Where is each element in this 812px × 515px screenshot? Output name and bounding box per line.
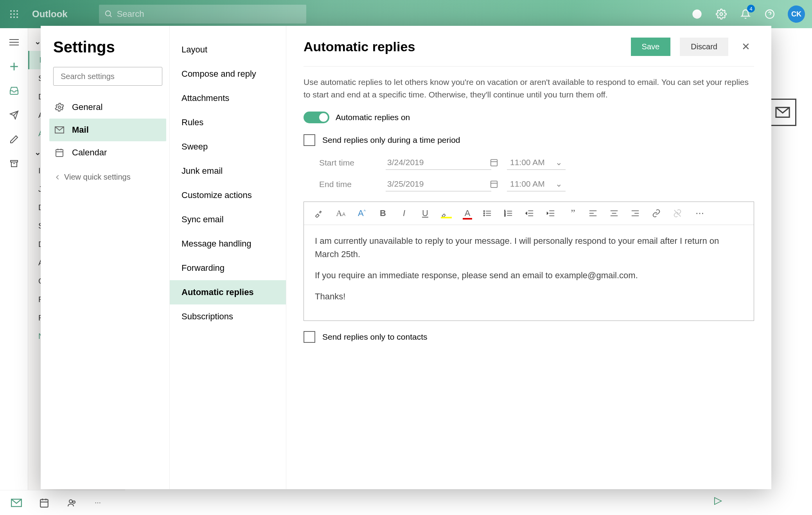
format-painter-icon[interactable]	[314, 209, 325, 218]
chevron-down-icon: ⌄	[555, 179, 562, 189]
number-list-icon[interactable]: 123	[504, 210, 515, 217]
time-period-label: Send replies only during a time period	[322, 135, 460, 145]
start-time-select[interactable]: 11:00 AM ⌄	[507, 155, 566, 170]
settings-title: Settings	[53, 38, 162, 56]
left-rail	[0, 28, 28, 515]
app-name: Outlook	[32, 9, 68, 20]
view-quick-settings[interactable]: View quick settings	[53, 173, 162, 182]
svg-point-6	[10, 16, 12, 18]
subnav-attachments[interactable]: Attachments	[170, 86, 286, 110]
subnav-autoreplies[interactable]: Automatic replies	[170, 280, 286, 304]
subnav-forwarding[interactable]: Forwarding	[170, 256, 286, 280]
settings-search-input[interactable]	[61, 72, 160, 81]
link-icon[interactable]	[652, 209, 663, 218]
font-color-icon[interactable]: A	[462, 208, 473, 218]
app-launcher[interactable]	[0, 0, 28, 28]
discard-button[interactable]: Discard	[680, 38, 728, 56]
bold-icon[interactable]: B	[377, 208, 388, 218]
avatar[interactable]: CK	[788, 5, 805, 23]
subnav-subscriptions[interactable]: Subscriptions	[170, 304, 286, 329]
subnav-compose[interactable]: Compose and reply	[170, 62, 286, 86]
category-calendar[interactable]: Calendar	[49, 141, 166, 164]
subnav-junk[interactable]: Junk email	[170, 159, 286, 183]
drafts-rail-icon[interactable]	[8, 133, 20, 146]
close-icon[interactable]: ✕	[738, 38, 754, 55]
start-date-field[interactable]	[386, 155, 491, 170]
calendar-picker-icon[interactable]	[490, 158, 498, 167]
menu-icon[interactable]	[8, 36, 20, 49]
svg-point-8	[16, 16, 18, 18]
mail-module-icon[interactable]	[11, 499, 22, 507]
more-module-icon[interactable]: ⋯	[95, 499, 101, 506]
people-module-icon[interactable]	[66, 498, 77, 508]
top-bar: Outlook 4 CK	[0, 0, 812, 28]
calendar-picker-icon[interactable]	[490, 180, 498, 188]
svg-point-4	[13, 13, 15, 15]
underline-icon[interactable]: U	[420, 208, 431, 218]
contacts-only-checkbox[interactable]	[304, 331, 315, 343]
time-period-checkbox[interactable]	[304, 134, 315, 146]
subnav-sweep[interactable]: Sweep	[170, 135, 286, 159]
font-size-icon[interactable]: A^	[356, 208, 367, 218]
svg-line-10	[110, 15, 111, 17]
calendar-module-icon[interactable]	[39, 498, 49, 508]
more-format-icon[interactable]: ⋯	[694, 208, 705, 218]
editor-toolbar: AA A^ B I U A 123 ” ⋯	[304, 202, 754, 225]
font-family-icon[interactable]: AA	[335, 208, 346, 218]
sent-rail-icon[interactable]	[8, 109, 20, 121]
notifications-icon[interactable]: 4	[739, 8, 752, 20]
svg-point-0	[10, 10, 12, 12]
global-search[interactable]	[99, 5, 306, 23]
quote-icon[interactable]: ”	[568, 207, 578, 219]
end-date-input[interactable]	[387, 179, 490, 189]
svg-rect-39	[491, 181, 498, 188]
mail-icon	[54, 126, 65, 133]
category-general[interactable]: General	[49, 96, 166, 119]
svg-point-41	[483, 211, 485, 212]
archive-rail-icon[interactable]	[8, 157, 20, 170]
settings-icon[interactable]	[715, 8, 728, 20]
svg-point-5	[16, 13, 18, 15]
new-message-icon[interactable]	[8, 60, 20, 73]
editor-body[interactable]: I am currently unavailable to reply to y…	[304, 225, 754, 321]
subnav-handling[interactable]: Message handling	[170, 232, 286, 256]
subnav-customize[interactable]: Customize actions	[170, 183, 286, 207]
align-center-icon[interactable]	[610, 210, 621, 217]
subnav-layout[interactable]: Layout	[170, 38, 286, 62]
autoreplies-toggle[interactable]	[304, 112, 329, 123]
start-date-input[interactable]	[387, 158, 490, 167]
skype-icon[interactable]	[691, 8, 703, 20]
align-left-icon[interactable]	[589, 210, 600, 217]
end-date-field[interactable]	[386, 177, 491, 191]
ad-play-icon[interactable]: ▷	[714, 494, 722, 506]
contacts-only-label: Send replies only to contacts	[322, 332, 428, 342]
end-time-select[interactable]: 11:00 AM ⌄	[507, 177, 566, 191]
help-icon[interactable]	[763, 8, 776, 20]
save-button[interactable]: Save	[631, 38, 671, 56]
reply-editor: AA A^ B I U A 123 ” ⋯ I am curren	[304, 202, 754, 321]
svg-rect-37	[491, 160, 498, 166]
settings-search[interactable]	[53, 67, 162, 86]
subnav-sync[interactable]: Sync email	[170, 207, 286, 232]
svg-point-43	[483, 213, 485, 214]
settings-subnav: Layout Compose and reply Attachments Rul…	[170, 26, 286, 489]
toggle-label: Automatic replies on	[336, 113, 410, 122]
search-input[interactable]	[117, 9, 301, 19]
inbox-rail-icon[interactable]	[8, 85, 20, 97]
subnav-rules[interactable]: Rules	[170, 110, 286, 135]
outdent-icon[interactable]	[525, 210, 536, 217]
calendar-icon	[54, 148, 65, 157]
highlight-icon[interactable]	[441, 209, 452, 217]
bullet-list-icon[interactable]	[483, 210, 494, 217]
notification-badge: 4	[747, 5, 755, 13]
category-mail[interactable]: Mail	[49, 119, 166, 141]
align-right-icon[interactable]	[631, 210, 642, 217]
svg-point-9	[105, 11, 110, 16]
module-switcher: ⋯	[0, 490, 125, 515]
italic-icon[interactable]: I	[399, 208, 410, 218]
svg-point-2	[16, 10, 18, 12]
panel-description: Use automatic replies to let others know…	[304, 76, 754, 101]
indent-icon[interactable]	[546, 210, 557, 217]
svg-point-1	[13, 10, 15, 12]
unlink-icon[interactable]	[673, 209, 684, 218]
